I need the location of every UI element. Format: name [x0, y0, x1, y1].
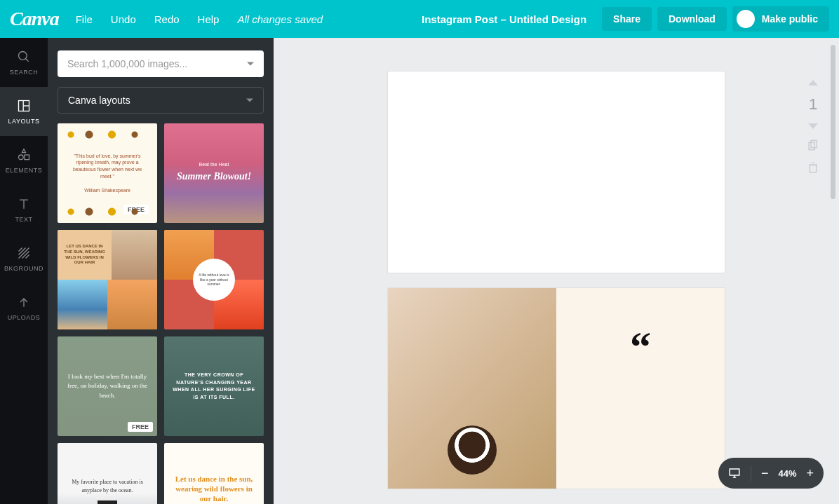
template-grid: "This bud of love, by summer's ripening … [58, 123, 264, 504]
make-public-label: Make public [762, 13, 818, 25]
template-text: My favorite place to vacation is anyplac… [65, 478, 150, 495]
menu-file[interactable]: File [76, 13, 93, 25]
download-button[interactable]: Download [657, 7, 727, 31]
sidebar: SEARCH LAYOUTS ELEMENTS TEXT BKGROUND UP… [0, 38, 48, 504]
canvas-page-1[interactable] [388, 71, 725, 273]
svg-rect-21 [730, 469, 739, 475]
copy-page-icon[interactable] [807, 139, 819, 151]
svg-line-1 [26, 59, 29, 62]
elements-icon [16, 147, 32, 163]
zoom-level: 44% [778, 468, 796, 479]
layouts-dropdown[interactable]: Canva layouts [58, 87, 264, 114]
sidebar-item-search[interactable]: SEARCH [0, 38, 48, 87]
sidebar-label-bkground: BKGROUND [4, 265, 43, 272]
logo: Canva [10, 8, 59, 30]
free-badge: FREE [123, 205, 149, 214]
template-thumb[interactable]: LET US DANCE IN THE SUN, WEARING WILD FL… [58, 230, 157, 329]
sidebar-item-elements[interactable]: ELEMENTS [0, 136, 48, 185]
template-thumb[interactable]: My favorite place to vacation is anyplac… [58, 443, 157, 504]
page-number: 1 [809, 95, 817, 114]
uploads-icon [16, 294, 32, 310]
template-sub: William Shakespeare [84, 188, 130, 193]
scrollbar-thumb[interactable] [831, 45, 835, 199]
sidebar-item-bkground[interactable]: BKGROUND [0, 234, 48, 283]
sidebar-label-text: TEXT [15, 216, 32, 223]
template-text: A life without love is like a year witho… [193, 259, 235, 301]
sidebar-item-text[interactable]: TEXT [0, 185, 48, 234]
menu-undo[interactable]: Undo [111, 13, 136, 25]
svg-line-13 [22, 252, 29, 259]
sidebar-item-layouts[interactable]: LAYOUTS [0, 87, 48, 136]
zoom-out-button[interactable]: − [761, 466, 769, 481]
free-badge: FREE [128, 422, 153, 432]
svg-point-0 [19, 52, 27, 60]
layouts-icon [16, 98, 32, 114]
save-status: All changes saved [237, 13, 323, 25]
zoom-control: − 44% + [718, 458, 824, 489]
document-title[interactable]: Instagram Post – Untitled Design [422, 13, 586, 25]
svg-rect-7 [25, 155, 29, 160]
canvas-page-2[interactable]: “ [388, 288, 725, 489]
search-icon [16, 49, 32, 64]
page-down-button[interactable] [808, 123, 818, 129]
svg-rect-16 [811, 140, 817, 148]
sidebar-label-elements: ELEMENTS [6, 167, 43, 174]
template-text: Beat the Heat [177, 162, 251, 167]
template-thumb[interactable]: Let us dance in the sun, wearing wild fl… [164, 443, 264, 504]
page-controls: 1 [807, 80, 819, 174]
menu-redo[interactable]: Redo [154, 13, 180, 25]
search-input-wrapper[interactable] [58, 50, 264, 77]
template-thumb[interactable]: Beat the Heat Summer Blowout! [164, 123, 264, 223]
sidebar-label-uploads: UPLOADS [8, 314, 41, 321]
template-text: I look my best when I'm totally free, on… [65, 372, 150, 401]
chevron-down-icon [246, 99, 253, 102]
template-bar: — — [98, 500, 116, 504]
avatar [737, 10, 755, 28]
layouts-panel: Canva layouts "This bud of love, by summ… [48, 38, 274, 504]
template-thumb[interactable]: A life without love is like a year witho… [164, 230, 264, 329]
dropdown-label: Canva layouts [68, 95, 130, 106]
search-input[interactable] [67, 58, 254, 69]
svg-marker-5 [22, 149, 26, 153]
template-thumb[interactable]: "This bud of love, by summer's ripening … [58, 123, 157, 223]
chevron-down-icon [247, 62, 254, 66]
page2-image[interactable] [388, 288, 556, 489]
template-text: "This bud of love, by summer's ripening … [73, 154, 142, 179]
page-up-button[interactable] [808, 80, 818, 86]
svg-rect-17 [809, 142, 814, 150]
template-title: Summer Blowout! [177, 171, 251, 182]
sidebar-label-search: SEARCH [10, 69, 39, 76]
sidebar-label-layouts: LAYOUTS [8, 118, 40, 125]
svg-line-11 [19, 248, 26, 255]
delete-page-icon[interactable] [807, 161, 819, 174]
text-icon [16, 196, 32, 212]
make-public-button[interactable]: Make public [732, 6, 829, 32]
svg-line-10 [19, 248, 22, 252]
background-icon [16, 245, 32, 261]
svg-point-6 [19, 155, 24, 160]
template-text: Let us dance in the sun, wearing wild fl… [171, 474, 257, 504]
menu-help[interactable]: Help [198, 13, 220, 25]
svg-line-14 [26, 255, 29, 259]
sidebar-item-uploads[interactable]: UPLOADS [0, 283, 48, 332]
quote-icon[interactable]: “ [630, 323, 651, 372]
template-thumb[interactable]: I look my best when I'm totally free, on… [58, 336, 157, 436]
top-bar: Canva File Undo Redo Help All changes sa… [0, 0, 839, 38]
present-icon[interactable] [728, 467, 741, 479]
page2-right[interactable]: “ [556, 288, 725, 489]
template-text: LET US DANCE IN THE SUN, WEARING WILD FL… [58, 230, 112, 280]
vertical-scrollbar[interactable] [828, 38, 838, 504]
template-text: THE VERY CROWN OF NATURE'S CHANGING YEAR… [171, 372, 257, 401]
free-badge: FREE [234, 315, 260, 325]
svg-rect-18 [810, 165, 817, 172]
template-thumb[interactable]: THE VERY CROWN OF NATURE'S CHANGING YEAR… [164, 336, 264, 436]
canvas-area[interactable]: “ 1 − 44% + [274, 38, 839, 504]
share-button[interactable]: Share [602, 7, 652, 31]
zoom-in-button[interactable]: + [806, 466, 814, 481]
